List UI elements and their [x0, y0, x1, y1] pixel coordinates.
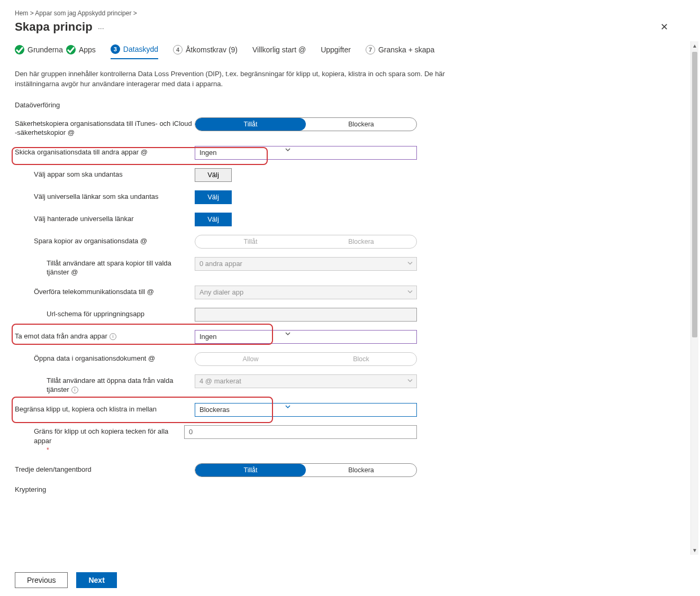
next-button[interactable]: Next: [76, 572, 116, 588]
more-icon[interactable]: ···: [98, 24, 104, 32]
toggle-keyboard[interactable]: Tillåt Blockera: [195, 463, 417, 477]
chevron-down-icon: [407, 377, 413, 385]
toggle-block: Blockera: [306, 235, 416, 248]
required-asterisk: *: [15, 446, 672, 454]
label-exclude-links: Välj universella länkar som ska undantas: [15, 190, 195, 201]
step-number-icon: 7: [366, 45, 375, 54]
toggle-allow: Allow: [195, 353, 306, 365]
tab-label: Apps: [79, 45, 96, 54]
label-open-org: Öppna data i organisationsdokument @: [15, 352, 195, 363]
toggle-block[interactable]: Blockera: [306, 118, 416, 131]
toggle-allow: Tillåt: [195, 235, 306, 248]
tab-label: Villkorlig start @: [252, 45, 306, 54]
toggle-allow[interactable]: Tillåt: [195, 118, 306, 131]
chevron-down-icon: [407, 260, 413, 268]
tab-label: Granska + skapa: [378, 45, 434, 54]
dropdown-value: Any dialer app: [199, 288, 243, 296]
dropdown-value: Ingen: [195, 330, 285, 344]
check-icon: [15, 45, 24, 54]
label-allow-open: Tillåt användare att öppna data från val…: [15, 374, 195, 395]
label-telecom: Överföra telekommunikationsdata till @: [15, 286, 195, 297]
scrollbar[interactable]: ▲ ▼: [690, 41, 698, 555]
dropdown-value: Ingen: [195, 146, 285, 160]
dropdown-allow-save: 0 andra appar: [195, 257, 417, 271]
chevron-down-icon: [285, 404, 291, 411]
toggle-allow[interactable]: Tillåt: [195, 464, 306, 476]
intro-text: Den här gruppen innehåller kontrollerna …: [15, 69, 491, 89]
tab-basics[interactable]: Grunderna: [15, 45, 63, 59]
info-icon[interactable]: i: [71, 387, 78, 393]
section-data-transfer: Dataöverföring: [15, 101, 672, 109]
breadcrumb[interactable]: Hem > Appar som jag Appskydd principer >: [15, 10, 672, 17]
page-title: Skapa princip: [15, 20, 93, 34]
info-icon[interactable]: i: [110, 333, 116, 340]
dropdown-telecom: Any dialer app: [195, 286, 417, 299]
label-save-copies: Spara kopior av organisationsdata @: [15, 235, 195, 246]
label-restrict-clip: Begränsa klipp ut, kopiera och klistra i…: [15, 403, 195, 414]
toggle-block[interactable]: Blockera: [306, 464, 416, 476]
url-scheme-input: [195, 308, 417, 322]
check-icon: [66, 45, 76, 54]
label-clip-limit: Gräns för klipp ut och kopiera tecken fö…: [15, 425, 184, 445]
wizard-tabs: Grunderna Apps 3 Dataskydd 4 Åtkomstkrav…: [15, 44, 672, 60]
dropdown-receive[interactable]: Ingen: [195, 330, 417, 344]
dropdown-send-org[interactable]: Ingen: [195, 146, 417, 160]
clip-limit-input[interactable]: [184, 425, 417, 439]
tab-label: Uppgifter: [321, 45, 351, 54]
scroll-up-icon[interactable]: ▲: [691, 41, 698, 50]
tab-review-create[interactable]: 7 Granska + skapa: [366, 45, 434, 59]
label-send-org: Skicka organisationsdata till andra appa…: [15, 146, 195, 157]
step-number-icon: 3: [111, 44, 120, 54]
chevron-down-icon: [285, 146, 291, 154]
dropdown-value: Blockeras: [195, 403, 285, 417]
tab-label: Åtkomstkrav (9): [186, 45, 238, 54]
label-exclude-apps: Välj appar som ska undantas: [15, 168, 195, 179]
toggle-backup[interactable]: Tillåt Blockera: [195, 117, 417, 131]
label-allow-save: Tillåt användare att spara kopior till v…: [15, 257, 195, 277]
section-encryption: Kryptering: [15, 485, 672, 493]
dropdown-value: 4 @ markerat: [199, 377, 241, 385]
toggle-save-copies: Tillåt Blockera: [195, 235, 417, 249]
tab-access-req[interactable]: 4 Åtkomstkrav (9): [173, 45, 238, 59]
select-exclude-links-button[interactable]: Välj: [195, 190, 232, 204]
dropdown-restrict-clip[interactable]: Blockeras: [195, 403, 417, 417]
label-receive: Ta emot data från andra appari: [15, 330, 195, 341]
tab-data-protection[interactable]: 3 Dataskydd: [111, 44, 158, 59]
chevron-down-icon: [407, 288, 413, 296]
tab-label: Grunderna: [28, 45, 63, 54]
select-exclude-apps-button[interactable]: Välj: [195, 168, 232, 182]
previous-button[interactable]: Previous: [15, 572, 68, 588]
label-backup: Säkerhetskopiera organisationsdata till …: [15, 117, 195, 137]
chevron-down-icon: [285, 331, 291, 338]
label-managed-links: Välj hanterade universella länkar: [15, 213, 195, 224]
scrollbar-thumb[interactable]: [692, 52, 697, 337]
toggle-open-org: Allow Block: [195, 352, 417, 366]
label-url-scheme: Url-schema för uppringningsapp: [15, 308, 195, 319]
tab-assignments[interactable]: Uppgifter: [321, 45, 351, 58]
tab-apps[interactable]: Apps: [66, 45, 96, 59]
scroll-down-icon[interactable]: ▼: [691, 546, 698, 555]
close-icon[interactable]: ✕: [656, 19, 672, 35]
dropdown-allow-open: 4 @ markerat: [195, 374, 417, 388]
section-keyboard: Tredje delen/tangentbord: [15, 463, 195, 474]
wizard-footer: Previous Next: [0, 563, 687, 596]
toggle-block: Block: [306, 353, 416, 365]
dropdown-value: 0 andra appar: [199, 260, 242, 268]
select-managed-links-button[interactable]: Välj: [195, 213, 232, 226]
tab-label: Dataskydd: [123, 45, 158, 53]
step-number-icon: 4: [173, 45, 183, 54]
tab-conditional-launch[interactable]: Villkorlig start @: [252, 45, 306, 58]
